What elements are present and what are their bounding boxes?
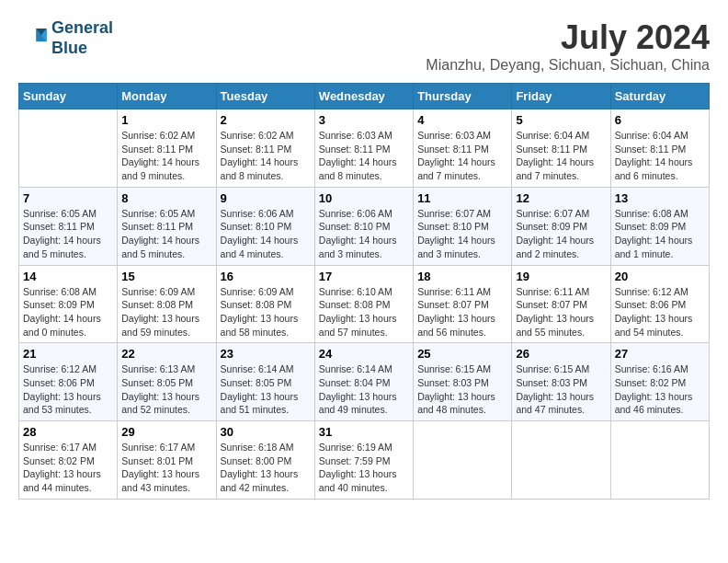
calendar-cell: 2Sunrise: 6:02 AMSunset: 8:11 PMDaylight… [216, 109, 314, 188]
calendar-cell [414, 421, 512, 500]
day-info: Sunrise: 6:19 AMSunset: 7:59 PMDaylight:… [319, 441, 409, 495]
col-header-tuesday: Tuesday [216, 84, 314, 109]
calendar-cell: 11Sunrise: 6:07 AMSunset: 8:10 PMDayligh… [414, 187, 512, 265]
day-number: 31 [319, 425, 409, 439]
day-info: Sunrise: 6:12 AMSunset: 8:06 PMDaylight:… [23, 362, 113, 417]
calendar-cell: 20Sunrise: 6:12 AMSunset: 8:06 PMDayligh… [610, 265, 709, 343]
calendar-table: SundayMondayTuesdayWednesdayThursdayFrid… [18, 83, 710, 500]
day-info: Sunrise: 6:16 AMSunset: 8:02 PMDaylight:… [615, 362, 705, 417]
calendar-cell: 28Sunrise: 6:17 AMSunset: 8:02 PMDayligh… [19, 421, 118, 500]
calendar-cell: 19Sunrise: 6:11 AMSunset: 8:07 PMDayligh… [512, 265, 610, 343]
day-info: Sunrise: 6:15 AMSunset: 8:03 PMDaylight:… [417, 362, 507, 417]
day-number: 23 [221, 347, 311, 361]
day-number: 21 [23, 347, 113, 361]
day-info: Sunrise: 6:02 AMSunset: 8:11 PMDaylight:… [221, 129, 311, 183]
day-info: Sunrise: 6:12 AMSunset: 8:06 PMDaylight:… [615, 285, 705, 339]
day-info: Sunrise: 6:05 AMSunset: 8:11 PMDaylight:… [23, 207, 113, 261]
day-info: Sunrise: 6:14 AMSunset: 8:05 PMDaylight:… [221, 362, 311, 417]
col-header-wednesday: Wednesday [314, 84, 413, 109]
day-info: Sunrise: 6:09 AMSunset: 8:08 PMDaylight:… [221, 285, 311, 339]
day-info: Sunrise: 6:02 AMSunset: 8:11 PMDaylight:… [121, 129, 211, 183]
calendar-cell: 25Sunrise: 6:15 AMSunset: 8:03 PMDayligh… [414, 343, 512, 421]
calendar-cell: 17Sunrise: 6:10 AMSunset: 8:08 PMDayligh… [314, 265, 413, 343]
day-number: 30 [221, 425, 311, 439]
day-info: Sunrise: 6:14 AMSunset: 8:04 PMDaylight:… [319, 362, 409, 417]
day-number: 13 [615, 191, 705, 205]
logo: General Blue [18, 18, 113, 58]
day-info: Sunrise: 6:10 AMSunset: 8:08 PMDaylight:… [319, 285, 409, 339]
day-number: 12 [516, 191, 606, 205]
logo-text: General Blue [51, 18, 113, 58]
day-info: Sunrise: 6:15 AMSunset: 8:03 PMDaylight:… [516, 362, 606, 417]
calendar-cell: 18Sunrise: 6:11 AMSunset: 8:07 PMDayligh… [414, 265, 512, 343]
day-number: 25 [417, 347, 507, 361]
calendar-cell: 26Sunrise: 6:15 AMSunset: 8:03 PMDayligh… [512, 343, 610, 421]
day-number: 6 [615, 113, 705, 127]
day-info: Sunrise: 6:03 AMSunset: 8:11 PMDaylight:… [319, 129, 409, 183]
calendar-header-row: SundayMondayTuesdayWednesdayThursdayFrid… [19, 84, 710, 109]
day-number: 10 [319, 191, 409, 205]
day-number: 1 [121, 113, 211, 127]
day-info: Sunrise: 6:04 AMSunset: 8:11 PMDaylight:… [516, 129, 606, 183]
day-info: Sunrise: 6:08 AMSunset: 8:09 PMDaylight:… [615, 207, 705, 261]
calendar-cell [610, 421, 709, 500]
calendar-cell: 16Sunrise: 6:09 AMSunset: 8:08 PMDayligh… [216, 265, 314, 343]
calendar-cell: 15Sunrise: 6:09 AMSunset: 8:08 PMDayligh… [118, 265, 216, 343]
location: Mianzhu, Deyang, Sichuan, Sichuan, China [426, 57, 710, 74]
day-number: 4 [417, 113, 507, 127]
day-info: Sunrise: 6:11 AMSunset: 8:07 PMDaylight:… [417, 285, 507, 339]
day-number: 27 [615, 347, 705, 361]
calendar-cell: 23Sunrise: 6:14 AMSunset: 8:05 PMDayligh… [216, 343, 314, 421]
day-info: Sunrise: 6:11 AMSunset: 8:07 PMDaylight:… [516, 285, 606, 339]
day-info: Sunrise: 6:07 AMSunset: 8:09 PMDaylight:… [516, 207, 606, 261]
calendar-cell: 13Sunrise: 6:08 AMSunset: 8:09 PMDayligh… [610, 187, 709, 265]
day-info: Sunrise: 6:06 AMSunset: 8:10 PMDaylight:… [221, 207, 311, 261]
col-header-friday: Friday [512, 84, 610, 109]
calendar-cell: 5Sunrise: 6:04 AMSunset: 8:11 PMDaylight… [512, 109, 610, 188]
calendar-cell: 22Sunrise: 6:13 AMSunset: 8:05 PMDayligh… [118, 343, 216, 421]
calendar-cell: 9Sunrise: 6:06 AMSunset: 8:10 PMDaylight… [216, 187, 314, 265]
calendar-cell: 3Sunrise: 6:03 AMSunset: 8:11 PMDaylight… [314, 109, 413, 188]
day-number: 19 [516, 270, 606, 283]
calendar-cell: 4Sunrise: 6:03 AMSunset: 8:11 PMDaylight… [414, 109, 512, 188]
day-info: Sunrise: 6:17 AMSunset: 8:02 PMDaylight:… [23, 441, 113, 495]
logo-icon [18, 24, 48, 53]
calendar-cell [512, 421, 610, 500]
day-number: 8 [121, 191, 211, 205]
day-number: 15 [121, 270, 211, 283]
calendar-cell: 21Sunrise: 6:12 AMSunset: 8:06 PMDayligh… [19, 343, 118, 421]
day-number: 20 [615, 270, 705, 283]
day-number: 17 [319, 270, 409, 283]
calendar-cell: 7Sunrise: 6:05 AMSunset: 8:11 PMDaylight… [19, 187, 118, 265]
day-info: Sunrise: 6:07 AMSunset: 8:10 PMDaylight:… [417, 207, 507, 261]
calendar-cell: 27Sunrise: 6:16 AMSunset: 8:02 PMDayligh… [610, 343, 709, 421]
day-info: Sunrise: 6:17 AMSunset: 8:01 PMDaylight:… [121, 441, 211, 495]
calendar-cell: 24Sunrise: 6:14 AMSunset: 8:04 PMDayligh… [314, 343, 413, 421]
week-row-4: 21Sunrise: 6:12 AMSunset: 8:06 PMDayligh… [19, 343, 710, 421]
day-info: Sunrise: 6:05 AMSunset: 8:11 PMDaylight:… [121, 207, 211, 261]
day-number: 18 [417, 270, 507, 283]
day-info: Sunrise: 6:06 AMSunset: 8:10 PMDaylight:… [319, 207, 409, 261]
day-number: 28 [23, 425, 113, 439]
day-info: Sunrise: 6:04 AMSunset: 8:11 PMDaylight:… [615, 129, 705, 183]
week-row-1: 1Sunrise: 6:02 AMSunset: 8:11 PMDaylight… [19, 109, 710, 188]
day-info: Sunrise: 6:18 AMSunset: 8:00 PMDaylight:… [221, 441, 311, 495]
day-number: 7 [23, 191, 113, 205]
col-header-saturday: Saturday [610, 84, 709, 109]
day-info: Sunrise: 6:09 AMSunset: 8:08 PMDaylight:… [121, 285, 211, 339]
calendar-cell: 14Sunrise: 6:08 AMSunset: 8:09 PMDayligh… [19, 265, 118, 343]
day-info: Sunrise: 6:13 AMSunset: 8:05 PMDaylight:… [121, 362, 211, 417]
week-row-2: 7Sunrise: 6:05 AMSunset: 8:11 PMDaylight… [19, 187, 710, 265]
day-number: 9 [221, 191, 311, 205]
day-number: 14 [23, 270, 113, 283]
calendar-cell: 1Sunrise: 6:02 AMSunset: 8:11 PMDaylight… [118, 109, 216, 188]
calendar-cell: 30Sunrise: 6:18 AMSunset: 8:00 PMDayligh… [216, 421, 314, 500]
day-number: 5 [516, 113, 606, 127]
calendar-cell: 6Sunrise: 6:04 AMSunset: 8:11 PMDaylight… [610, 109, 709, 188]
day-number: 29 [121, 425, 211, 439]
calendar-cell: 31Sunrise: 6:19 AMSunset: 7:59 PMDayligh… [314, 421, 413, 500]
calendar-cell: 29Sunrise: 6:17 AMSunset: 8:01 PMDayligh… [118, 421, 216, 500]
page-header: General Blue July 2024 Mianzhu, Deyang, … [18, 18, 710, 74]
day-number: 22 [121, 347, 211, 361]
day-number: 2 [221, 113, 311, 127]
